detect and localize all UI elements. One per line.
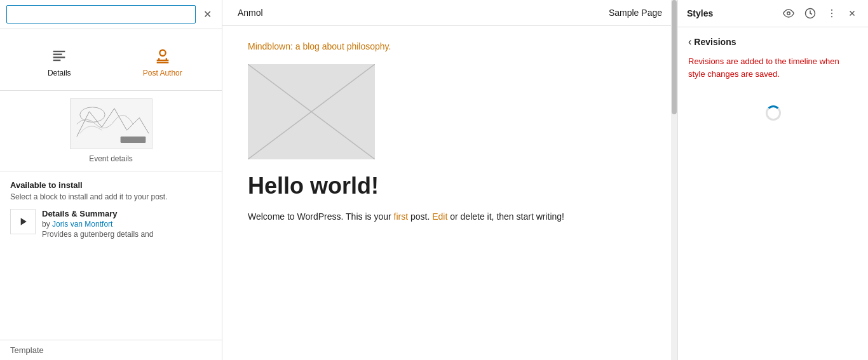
revisions-info: Revisions are added to the timeline when… xyxy=(688,55,858,80)
close-panel-button[interactable] xyxy=(845,8,859,19)
svg-point-20 xyxy=(831,13,832,14)
center-panel: Anmol Sample Page Mindblown: a blog abou… xyxy=(222,0,677,360)
eye-button[interactable] xyxy=(780,6,797,20)
event-thumbnail xyxy=(70,98,153,149)
blog-tagline: Mindblown: a blog about philosophy. xyxy=(248,41,652,51)
install-section: Available to install Select a block to i… xyxy=(0,171,222,245)
post-link-edit[interactable]: Edit xyxy=(432,211,447,222)
post-title: Hello world! xyxy=(248,172,652,199)
install-description: Select a block to install and add it to … xyxy=(10,192,212,201)
revisions-section: ‹ Revisions Revisions are added to the t… xyxy=(678,27,868,360)
svg-point-17 xyxy=(787,12,790,15)
loading-spinner xyxy=(766,105,781,121)
plugin-info: Details & Summary by Joris van Montfort … xyxy=(42,209,212,239)
center-content: Mindblown: a blog about philosophy. Hell… xyxy=(222,26,677,360)
clock-button[interactable] xyxy=(802,6,818,20)
site-name: Anmol xyxy=(238,8,263,18)
block-grid: Details Post Author xyxy=(0,29,222,91)
svg-point-21 xyxy=(831,16,832,17)
revisions-title: Revisions xyxy=(694,37,736,47)
svg-marker-13 xyxy=(21,218,27,225)
left-scroll-area: Details Post Author xyxy=(0,29,222,360)
more-options-button[interactable] xyxy=(824,6,840,20)
post-text-1: Welcome to WordPress. This is your xyxy=(248,211,394,222)
block-item-post-author[interactable]: Post Author xyxy=(114,39,212,85)
revisions-back: ‹ Revisions xyxy=(688,36,858,48)
post-content: Welcome to WordPress. This is your first… xyxy=(248,210,652,225)
search-input[interactable]: details xyxy=(6,5,196,23)
plugin-icon xyxy=(10,209,36,234)
search-bar: details ✕ xyxy=(0,0,222,29)
event-section: Event details xyxy=(0,91,222,171)
right-panel: Styles xyxy=(677,0,868,360)
plugin-author-prefix: by xyxy=(42,220,52,229)
styles-title: Styles xyxy=(687,8,713,18)
svg-point-19 xyxy=(831,10,832,11)
event-label: Event details xyxy=(89,154,133,163)
block-label-post-author: Post Author xyxy=(143,69,182,77)
right-header: Styles xyxy=(678,0,868,27)
plugin-item[interactable]: Details & Summary by Joris van Montfort … xyxy=(10,209,212,239)
template-label: Template xyxy=(0,340,222,360)
placeholder-image xyxy=(248,64,375,159)
post-text-3: or delete it, then start writing! xyxy=(447,211,564,222)
left-panel: details ✕ Details xyxy=(0,0,222,360)
post-author-icon xyxy=(154,47,172,65)
plugin-author-link[interactable]: Joris van Montfort xyxy=(52,220,112,229)
plugin-name: Details & Summary xyxy=(42,209,212,218)
back-arrow-icon[interactable]: ‹ xyxy=(688,36,691,48)
details-icon xyxy=(50,47,68,65)
post-text-2: post. xyxy=(408,211,432,222)
svg-point-4 xyxy=(159,50,165,56)
center-header: Anmol Sample Page xyxy=(222,0,677,26)
plugin-author: by Joris van Montfort xyxy=(42,220,212,229)
install-title: Available to install xyxy=(10,180,212,190)
svg-rect-12 xyxy=(120,137,145,143)
right-header-icons xyxy=(780,6,859,20)
page-name: Sample Page xyxy=(609,8,662,18)
post-link-first[interactable]: first xyxy=(394,211,409,222)
revisions-loading xyxy=(688,93,858,133)
center-scroll-thumb[interactable] xyxy=(672,0,677,114)
block-label-details: Details xyxy=(48,69,71,77)
block-item-details[interactable]: Details xyxy=(10,39,109,85)
search-clear-button[interactable]: ✕ xyxy=(200,8,215,21)
plugin-description: Provides a gutenberg details and xyxy=(42,230,212,239)
center-scrollbar[interactable] xyxy=(671,0,677,360)
